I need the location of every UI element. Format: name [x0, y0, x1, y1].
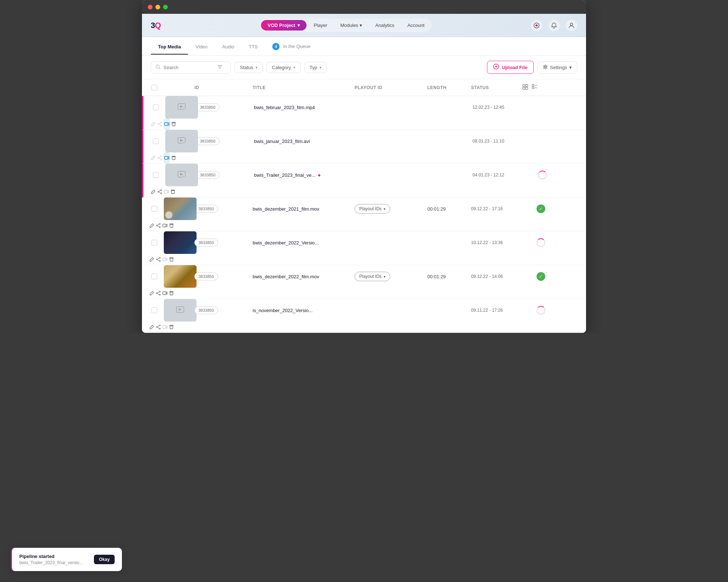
table-row: ▶ 3833850 bwis_dezember_2022_Versio... 1… [142, 231, 586, 265]
edit-button[interactable] [149, 288, 154, 299]
svg-point-35 [161, 159, 162, 160]
settings-button[interactable]: Settings ▾ [537, 61, 577, 73]
svg-point-46 [161, 190, 162, 191]
video-button[interactable] [162, 322, 167, 332]
tab-audio[interactable]: Audio [215, 38, 241, 55]
select-all-checkbox[interactable] [151, 85, 157, 91]
col-header-id: ID [191, 81, 250, 95]
tab-tts[interactable]: TTS [242, 38, 265, 55]
playout-id-cell[interactable]: Playout IDs ▾ [352, 272, 424, 281]
delete-button[interactable] [169, 254, 174, 265]
nav-account[interactable]: Account [401, 20, 430, 31]
row-checkbox[interactable] [151, 307, 157, 313]
share-button[interactable] [156, 220, 161, 231]
nav-player[interactable]: Player [308, 20, 333, 31]
tab-video[interactable]: Video [188, 38, 215, 55]
share-button[interactable] [156, 322, 161, 332]
row-checkbox[interactable] [153, 138, 159, 144]
table-icon[interactable] [522, 84, 529, 91]
share-button[interactable] [157, 186, 162, 197]
row-checkbox[interactable] [153, 172, 159, 178]
row-checkbox[interactable] [153, 104, 159, 110]
close-button[interactable] [148, 5, 153, 9]
tab-in-queue[interactable]: 4 In the Queue [265, 37, 318, 55]
bell-icon[interactable] [548, 20, 560, 31]
media-id: 3833850 [196, 137, 219, 145]
media-placeholder-icon [176, 305, 185, 315]
playout-button[interactable] [164, 152, 170, 163]
video-button[interactable] [162, 288, 167, 299]
delete-button[interactable] [169, 220, 174, 231]
playout-button[interactable] [162, 254, 167, 265]
row-checkbox[interactable] [151, 206, 157, 212]
edit-button[interactable] [151, 119, 156, 129]
length-cell: 00:01:29 [424, 274, 468, 279]
share-button[interactable] [156, 254, 161, 265]
status-spinner [537, 238, 545, 247]
search-input[interactable] [163, 65, 214, 70]
maximize-button[interactable] [163, 5, 168, 9]
edit-button[interactable] [149, 254, 154, 265]
date-cell: 09.11.22 - 17:26 [468, 308, 519, 313]
status-check: ✓ [537, 204, 545, 213]
list-icon[interactable] [531, 84, 538, 91]
nav-modules[interactable]: Modules ▾ [335, 20, 368, 31]
nav-analytics[interactable]: Analytics [369, 20, 400, 31]
date-cell: 10.12.22 - 13:36 [468, 240, 519, 245]
category-filter[interactable]: Category ▾ [266, 62, 301, 73]
edit-button[interactable] [149, 322, 154, 332]
row-actions [146, 322, 162, 332]
logo: 3Q [151, 21, 161, 30]
share-button[interactable] [156, 288, 161, 299]
svg-rect-39 [165, 156, 168, 159]
filter-icon[interactable] [217, 64, 222, 71]
user-icon[interactable] [566, 20, 577, 31]
delete-button[interactable] [171, 119, 176, 129]
svg-point-56 [159, 223, 161, 224]
row-checkbox[interactable] [151, 274, 157, 279]
svg-line-38 [159, 158, 161, 159]
playout-id-cell[interactable]: Playout IDs ▾ [352, 204, 424, 214]
status-cell [521, 171, 564, 179]
edit-button[interactable] [151, 186, 156, 197]
svg-rect-27 [165, 123, 168, 125]
svg-point-47 [161, 193, 162, 194]
upload-file-button[interactable]: Upload File [487, 61, 534, 74]
svg-rect-82 [170, 292, 173, 295]
svg-rect-52 [171, 191, 174, 194]
svg-rect-92 [163, 326, 166, 328]
search-box[interactable] [151, 61, 231, 73]
delete-button[interactable] [169, 322, 174, 332]
svg-rect-93 [170, 326, 173, 329]
chevron-down-icon: ▾ [293, 65, 295, 69]
chevron-down-icon: ▾ [360, 23, 362, 28]
video-button[interactable] [162, 220, 167, 231]
table-row: 3833850 bwis_februar_2023_film.mp4 12.02… [142, 96, 586, 130]
playout-ids-button[interactable]: Playout IDs ▾ [355, 272, 390, 281]
row-actions [148, 119, 164, 129]
tab-top-media[interactable]: Top Media [151, 38, 188, 55]
share-button[interactable] [157, 119, 162, 129]
row-checkbox[interactable] [151, 240, 157, 246]
svg-rect-12 [523, 84, 525, 87]
edit-button[interactable] [151, 152, 156, 163]
delete-button[interactable] [171, 152, 176, 163]
chevron-down-icon: ▾ [297, 23, 300, 28]
delete-button[interactable] [170, 186, 175, 197]
search-icon [155, 64, 161, 71]
playout-ids-button[interactable]: Playout IDs ▾ [355, 204, 390, 214]
status-filter[interactable]: Status ▾ [234, 62, 263, 73]
type-filter[interactable]: Typ ▾ [304, 62, 327, 73]
edit-button[interactable] [149, 220, 154, 231]
circle-icon[interactable] [531, 20, 542, 31]
status-cell [519, 306, 563, 315]
delete-button[interactable] [169, 288, 174, 299]
nav-vod-project[interactable]: VOD Project ▾ [261, 20, 306, 31]
share-button[interactable] [157, 152, 162, 163]
playout-button[interactable] [164, 186, 169, 197]
playout-button[interactable] [164, 119, 170, 129]
content-area: Top Media Video Audio TTS 4 In the Queue [142, 37, 586, 333]
minimize-button[interactable] [155, 5, 160, 9]
status-spinner [537, 306, 545, 315]
status-cell [519, 238, 563, 247]
